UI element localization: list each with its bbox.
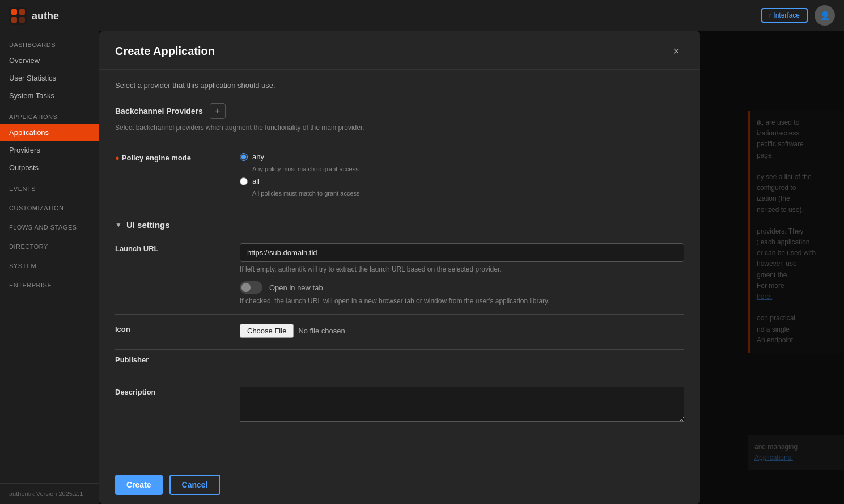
policy-all-hint: All policies must match to grant access [252, 190, 684, 197]
backchannel-section: Backchannel Providers + Select backchann… [115, 103, 684, 132]
policy-all-option[interactable]: all [240, 177, 684, 185]
icon-field: Choose File No file chosen [240, 324, 684, 340]
bg-content: ik, are used to ization/access pecific s… [99, 31, 844, 504]
avatar[interactable]: 👤 [815, 5, 835, 26]
policy-engine-radio-group: any Any policy must match to grant acces… [240, 153, 684, 197]
publisher-field [240, 354, 684, 372]
create-application-modal: Create Application × Select a provider t… [99, 31, 700, 504]
modal-overlay: Create Application × Select a provider t… [99, 31, 844, 504]
open-in-new-tab-toggle[interactable] [240, 281, 262, 294]
backchannel-add-button[interactable]: + [210, 103, 226, 119]
policy-all-radio[interactable] [240, 177, 248, 185]
icon-row: Icon Choose File No file chosen [115, 324, 684, 340]
sidebar-item-providers[interactable]: Providers [0, 141, 99, 159]
chevron-down-icon: ▼ [115, 221, 122, 229]
publisher-row: Publisher [115, 354, 684, 372]
publisher-label: Publisher [115, 354, 228, 364]
policy-any-option[interactable]: any [240, 153, 684, 161]
launch-url-hint: If left empty, authentik will try to ext… [240, 265, 684, 273]
svg-rect-4 [19, 17, 25, 23]
modal-title: Create Application [115, 45, 215, 58]
section-applications: Applications [0, 104, 99, 124]
open-in-new-tab-label: Open in new tab [269, 283, 323, 292]
open-in-new-tab-row: Open in new tab [240, 281, 684, 294]
logo-text: authe [32, 10, 59, 22]
file-input-wrapper: Choose File No file chosen [240, 324, 684, 338]
section-events: Events [0, 176, 99, 196]
cancel-button[interactable]: Cancel [169, 475, 220, 495]
sidebar-item-overview[interactable]: Overview [0, 52, 99, 69]
main-content: r Interface 👤 ik, are used to ization/ac… [99, 0, 844, 504]
icon-label: Icon [115, 324, 228, 333]
sidebar-item-applications[interactable]: Applications [0, 124, 99, 141]
section-system: System [0, 253, 99, 273]
toggle-thumb [241, 283, 251, 292]
ui-settings-collapsible[interactable]: ▼ UI settings [115, 215, 684, 234]
backchannel-title: Backchannel Providers [115, 107, 203, 116]
description-textarea[interactable] [240, 387, 684, 422]
ui-settings-title: UI settings [126, 220, 170, 230]
description-field [240, 387, 684, 424]
sidebar-item-user-statistics[interactable]: User Statistics [0, 69, 99, 87]
interface-button[interactable]: r Interface [761, 8, 808, 23]
section-directory: Directory [0, 234, 99, 253]
publisher-input[interactable] [240, 354, 684, 372]
policy-engine-field: any Any policy must match to grant acces… [240, 153, 684, 197]
section-dashboards: Dashboards [0, 32, 99, 52]
svg-rect-1 [11, 9, 17, 15]
policy-engine-row: ●Policy engine mode any Any policy must … [115, 153, 684, 197]
svg-rect-2 [19, 9, 25, 15]
divider-2 [115, 206, 684, 206]
divider-5 [115, 382, 684, 382]
launch-url-field: If left empty, authentik will try to ext… [240, 243, 684, 305]
divider-3 [115, 314, 684, 315]
modal-footer: Create Cancel [99, 465, 700, 504]
launch-url-row: Launch URL If left empty, authentik will… [115, 243, 684, 305]
open-in-new-tab-hint: If checked, the launch URL will open in … [240, 297, 684, 305]
section-enterprise: Enterprise [0, 273, 99, 292]
section-flows: Flows and Stages [0, 215, 99, 234]
backchannel-header: Backchannel Providers + [115, 103, 684, 119]
description-label: Description [115, 387, 228, 396]
choose-file-button[interactable]: Choose File [240, 324, 294, 338]
policy-any-radio[interactable] [240, 153, 248, 161]
modal-body: Select a provider that this application … [99, 70, 700, 465]
toggle-track [240, 281, 262, 294]
sidebar: authe Dashboards Overview User Statistic… [0, 0, 99, 504]
svg-rect-3 [11, 17, 17, 23]
policy-all-label: all [252, 177, 260, 185]
sidebar-item-outposts[interactable]: Outposts [0, 159, 99, 176]
no-file-label: No file chosen [298, 327, 345, 335]
description-row: Description [115, 387, 684, 424]
divider-4 [115, 349, 684, 350]
policy-any-hint: Any policy must match to grant access [252, 166, 684, 172]
logo-icon [9, 7, 27, 25]
create-button[interactable]: Create [115, 475, 163, 495]
divider-1 [115, 143, 684, 143]
sidebar-logo: authe [0, 0, 99, 32]
launch-url-label: Launch URL [115, 243, 228, 253]
required-indicator: ● [115, 154, 120, 162]
launch-url-input[interactable] [240, 243, 684, 262]
policy-any-label: any [252, 153, 264, 161]
topbar: r Interface 👤 [99, 0, 844, 31]
backchannel-description: Select backchannel providers which augme… [115, 124, 684, 132]
modal-top-description: Select a provider that this application … [115, 81, 684, 90]
policy-engine-label: ●Policy engine mode [115, 153, 228, 162]
sidebar-footer: authentik Version 2025.2.1 [0, 483, 99, 504]
section-customization: Customization [0, 196, 99, 215]
modal-header: Create Application × [99, 31, 700, 70]
modal-close-button[interactable]: × [668, 43, 684, 60]
sidebar-item-system-tasks[interactable]: System Tasks [0, 87, 99, 104]
